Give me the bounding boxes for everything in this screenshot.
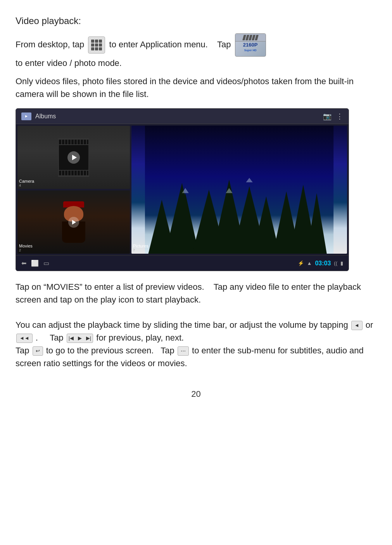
album-title: Albums — [35, 113, 56, 120]
album-bottombar: ⬅ ⬜ ▭ ⚡ ▲ 03:03 (( ▮ — [16, 255, 349, 271]
wifi-icon: (( — [334, 260, 337, 266]
para3-before: Tap on “MOVIES” to enter a list of previ… — [16, 282, 204, 292]
camera-top-icon: 📷 — [323, 112, 332, 121]
para1-end: to enter video / photo mode. — [16, 58, 122, 68]
super-label: Super HD — [244, 49, 257, 52]
paragraph-4: You can adjust the playback time by slid… — [16, 318, 376, 370]
nav-icons: ⬅ ⬜ ▭ — [21, 260, 49, 267]
person-image — [17, 190, 130, 254]
usb-icon: ⚡ — [298, 260, 304, 266]
movies-label-text: Movies — [19, 244, 33, 248]
para4-or: or — [366, 320, 373, 330]
spacer — [16, 311, 376, 318]
pictures-count-val: 7 — [133, 248, 135, 252]
pictures-label-text: Pictures — [133, 244, 149, 248]
paragraph-1: From desktop, tap to enter Application m… — [16, 33, 376, 69]
person-thumbnail: Movies 2 — [17, 190, 130, 254]
signal-icon: ▲ — [307, 260, 312, 266]
pictures-count: 7 — [133, 248, 149, 252]
recents-nav-icon: ▭ — [43, 260, 49, 267]
camera-count: 4 — [19, 183, 34, 187]
prev-screen-icon: ↩ — [33, 346, 43, 356]
volume-up-icon: ◄◄ — [16, 334, 33, 343]
page-title: Video playback: — [16, 16, 376, 26]
para4-line2-tap2: Tap — [161, 346, 174, 355]
battery-icon: ▮ — [340, 260, 343, 266]
album-small-icon: ▶ — [21, 112, 31, 120]
pictures-label: Pictures 7 — [133, 244, 149, 252]
para1-before: From desktop, tap — [16, 40, 84, 49]
movies-count: 2 — [19, 248, 33, 252]
album-topbar: ▶ Albums 📷 ⋮ — [16, 109, 349, 124]
album-screenshot: ▶ Albums 📷 ⋮ Camera — [16, 108, 349, 271]
film-strip — [58, 138, 89, 177]
camera-thumb-inner — [17, 126, 130, 189]
album-main-content: Camera 4 — [16, 124, 349, 255]
hd-text-label: 2160P Super HD — [235, 42, 266, 52]
camera-label-text: Camera — [19, 179, 34, 183]
prev-play-next-icon: |◀ ▶ ▶| — [67, 334, 93, 343]
forest-thumbnail: Pictures 7 — [131, 126, 347, 254]
page-number: 20 — [16, 389, 376, 399]
para4-tap: Tap — [50, 333, 63, 343]
topbar-right-icons: 📷 ⋮ — [323, 112, 343, 121]
superhd-icon: 2160P Super HD — [235, 33, 266, 57]
back-nav-icon: ⬅ — [21, 260, 26, 267]
para1-after: to enter Application menu. — [109, 40, 208, 49]
forest-svg — [131, 126, 347, 254]
para4-line2-mid: to go to the previous screen. — [46, 346, 154, 355]
home-nav-icon: ⬜ — [31, 260, 39, 267]
movies-count-val: 2 — [19, 248, 21, 252]
para4-before: You can adjust the playback time by slid… — [16, 320, 348, 330]
clapper-top — [235, 34, 266, 42]
page-content: Video playback: From desktop, tap to ent… — [16, 16, 376, 399]
para2-text: Only videos files, photo files stored in… — [16, 76, 354, 99]
paragraph-3: Tap on “MOVIES” to enter a list of previ… — [16, 280, 376, 306]
camera-label: Camera 4 — [19, 179, 34, 187]
camera-thumbnail: Camera 4 — [17, 126, 130, 189]
play-button-overlay — [67, 151, 80, 164]
title-text: Video playback: — [16, 16, 81, 26]
camera-count-val: 4 — [19, 183, 21, 187]
para4-for: for previous, play, next. — [96, 333, 184, 343]
para4-line2-before: Tap — [16, 346, 29, 355]
clapper-lines — [243, 35, 258, 40]
page-number-value: 20 — [191, 389, 200, 399]
status-right: ⚡ ▲ 03:03 (( ▮ — [298, 260, 343, 267]
volume-down-icon: ◄ — [351, 321, 363, 330]
album-left-column: Camera 4 — [17, 126, 130, 254]
submenu-icon: ⋯ — [178, 346, 189, 356]
time-display: 03:03 — [315, 260, 331, 267]
grid-dots — [91, 40, 102, 50]
movies-label: Movies 2 — [19, 244, 33, 252]
person-play-overlay — [68, 217, 79, 228]
paragraph-2: Only videos files, photo files stored in… — [16, 75, 376, 100]
more-options-icon: ⋮ — [336, 112, 343, 121]
app-grid-icon — [88, 36, 105, 54]
para1-tap: Tap — [217, 40, 231, 49]
